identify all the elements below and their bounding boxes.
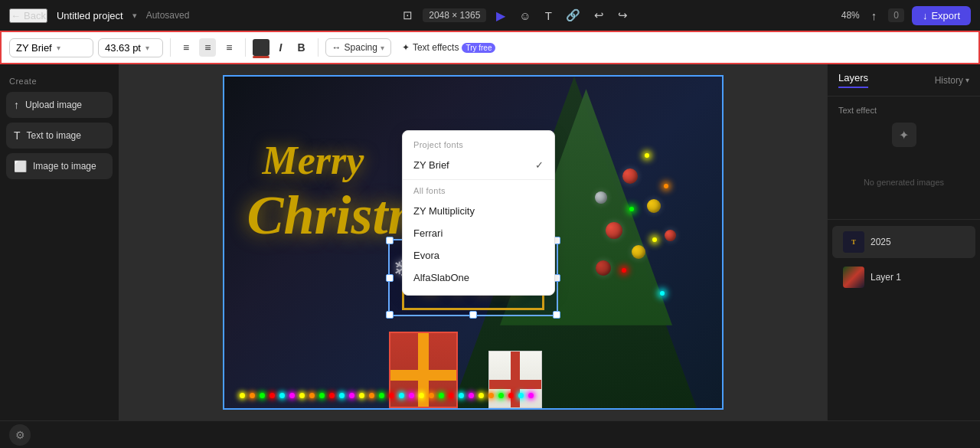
- image-to-image-icon: ⬜: [14, 160, 27, 172]
- font-selector[interactable]: ZY Brief ▾: [9, 38, 93, 57]
- font-option-zy-brief[interactable]: ZY Brief ✓: [403, 154, 554, 176]
- formatting-toolbar: ZY Brief ▾ 43.63 pt ▾ ≡ ≡ ≡ I B ↔ Spacin…: [0, 31, 980, 64]
- layer-2025-thumb: T: [843, 231, 864, 253]
- align-center-btn[interactable]: ≡: [199, 38, 216, 57]
- topbar-left: ← Back Untitled project ▾ Autosaved: [9, 8, 189, 23]
- undo-icon-btn[interactable]: ↩: [590, 6, 608, 25]
- ornament-3: [606, 222, 622, 239]
- text-effects-icon: ✦: [402, 42, 410, 53]
- history-label: History: [935, 75, 963, 86]
- main-area: Create ↑ Upload image T Text to image ⬜ …: [0, 64, 980, 420]
- light-dot: [399, 393, 404, 398]
- frame-icon-btn[interactable]: ⊡: [399, 6, 416, 25]
- light-dot: [488, 393, 494, 398]
- font-size-chevron: ▾: [145, 44, 149, 52]
- upload-icon: ↑: [14, 99, 19, 111]
- text-to-image-icon: T: [14, 129, 21, 142]
- light-dot: [329, 393, 335, 398]
- resize-handle-tl[interactable]: [386, 237, 394, 244]
- project-fonts-title: Project fonts: [403, 137, 554, 154]
- light-dot: [260, 393, 265, 398]
- text-effect-title: Text effect: [838, 106, 969, 115]
- text-to-image-btn[interactable]: T Text to image: [6, 123, 113, 149]
- light-dot: [439, 393, 444, 398]
- settings-icon: ⚙: [15, 429, 25, 441]
- font-size-selector[interactable]: 43.63 pt ▾: [98, 38, 163, 57]
- back-button[interactable]: ← Back: [9, 8, 47, 23]
- text-effect-icon: ✦: [892, 123, 916, 147]
- light-dot: [469, 393, 474, 398]
- spacing-icon: ↔: [332, 42, 341, 53]
- italic-btn[interactable]: I: [274, 38, 288, 57]
- autosaved-status: Autosaved: [146, 10, 190, 21]
- topbar-center: ⊡ 2048 × 1365 ▶ ☺ T 🔗 ↩ ↪: [399, 6, 632, 25]
- light-dot: [289, 393, 295, 398]
- text-effects-btn[interactable]: ✦ Text effects Try free: [396, 39, 502, 56]
- text-icon-btn[interactable]: T: [541, 7, 556, 25]
- light-dot: [349, 393, 354, 398]
- text-color-btn[interactable]: [253, 39, 270, 56]
- spacing-chevron: ▾: [381, 44, 384, 52]
- font-option-label: ZY Multiplicity: [413, 205, 475, 217]
- layer-1-thumb: [843, 267, 864, 288]
- font-option-label: ZY Brief: [413, 159, 449, 171]
- export-button[interactable]: ↓ Export: [912, 6, 971, 25]
- light-dot: [528, 393, 534, 398]
- light-4: [652, 237, 657, 242]
- play-icon-btn[interactable]: ▶: [492, 6, 509, 25]
- light-dot: [429, 393, 434, 398]
- font-option-zy-multiplicity[interactable]: ZY Multiplicity: [403, 200, 554, 222]
- topbar-right: 48% ↑ 0 ↓ Export: [841, 6, 971, 25]
- font-option-ferrari[interactable]: Ferrari: [403, 222, 554, 244]
- font-option-evora[interactable]: Evora: [403, 244, 554, 267]
- ornament-1: [622, 168, 638, 184]
- font-option-label: Ferrari: [413, 227, 443, 239]
- export-label: Export: [931, 10, 960, 21]
- smile-icon-btn[interactable]: ☺: [515, 7, 534, 25]
- export-icon: ↓: [923, 10, 928, 21]
- effect-icon-symbol: ✦: [899, 128, 909, 142]
- check-icon: ✓: [535, 159, 544, 171]
- upload-image-btn[interactable]: ↑ Upload image: [6, 92, 113, 118]
- light-dot: [508, 393, 514, 398]
- bottom-lights: [224, 393, 722, 399]
- create-section-title: Create: [6, 72, 113, 87]
- light-1: [645, 153, 649, 158]
- font-option-label: AlfaSlabOne: [413, 272, 469, 283]
- layer-2025-item[interactable]: T 2025: [832, 226, 975, 258]
- align-left-btn[interactable]: ≡: [178, 38, 194, 57]
- tab-history[interactable]: History ▾: [935, 75, 969, 86]
- resize-handle-ml[interactable]: [386, 274, 394, 282]
- light-dot: [389, 393, 394, 398]
- right-sidebar: Layers History ▾ Text effect ✦ No genera…: [827, 64, 980, 420]
- image-to-image-btn[interactable]: ⬜ Image to image: [6, 153, 113, 179]
- spacing-btn[interactable]: ↔ Spacing ▾: [325, 38, 391, 57]
- settings-button[interactable]: ⚙: [9, 424, 31, 446]
- layer-2025-label: 2025: [871, 237, 891, 247]
- bold-btn[interactable]: B: [292, 38, 310, 57]
- back-arrow-icon: ←: [11, 10, 21, 21]
- light-dot: [379, 393, 384, 398]
- light-dot: [409, 393, 414, 398]
- font-option-alfaslabone[interactable]: AlfaSlabOne: [403, 267, 554, 289]
- topbar: ← Back Untitled project ▾ Autosaved ⊡ 20…: [0, 0, 980, 31]
- light-dot: [419, 393, 424, 398]
- link-icon-btn[interactable]: 🔗: [562, 6, 584, 25]
- tab-layers[interactable]: Layers: [838, 72, 868, 88]
- ornament-5: [632, 245, 645, 259]
- all-fonts-title: All fonts: [403, 183, 554, 200]
- layer-1-item[interactable]: Layer 1: [832, 261, 975, 293]
- share-icon-btn[interactable]: ↑: [867, 7, 881, 25]
- toolbar-divider-2: [245, 38, 246, 57]
- light-dot: [518, 393, 524, 398]
- align-right-btn[interactable]: ≡: [220, 38, 237, 57]
- toolbar-divider-3: [318, 38, 318, 57]
- ornament-7: [665, 230, 676, 241]
- redo-icon-btn[interactable]: ↪: [614, 6, 632, 25]
- light-dot: [240, 393, 245, 398]
- light-dot: [309, 393, 315, 398]
- font-option-label: Evora: [413, 250, 439, 261]
- dropdown-icon[interactable]: ▾: [132, 11, 137, 21]
- light-dot: [479, 393, 484, 398]
- ornament-6: [596, 260, 611, 276]
